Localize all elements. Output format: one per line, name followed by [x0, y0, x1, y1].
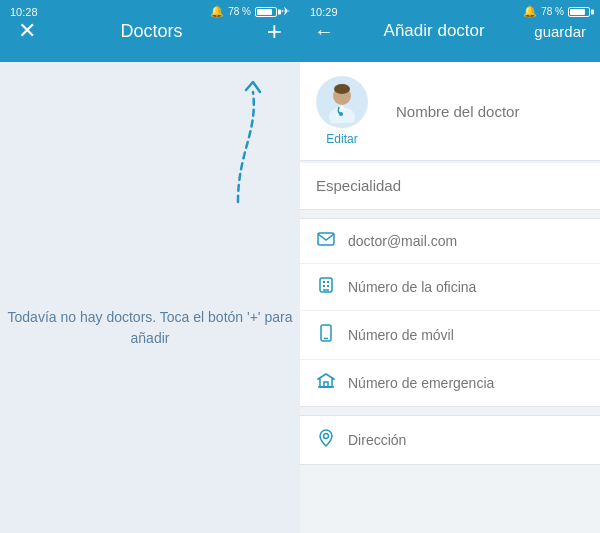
avatar	[316, 76, 368, 128]
battery-text: 78 %	[228, 6, 251, 17]
back-button[interactable]: ←	[314, 20, 334, 43]
email-input[interactable]	[348, 233, 584, 249]
right-panel: ← Añadir doctor guardar	[300, 0, 600, 533]
emergency-input[interactable]	[348, 375, 584, 391]
svg-point-16	[324, 434, 329, 439]
avatar-section: Editar	[300, 62, 600, 161]
right-time: 10:29	[310, 6, 338, 18]
mobile-row	[300, 311, 600, 360]
svg-rect-11	[327, 285, 329, 287]
left-panel-title: Doctors	[120, 21, 182, 42]
emergency-row	[300, 360, 600, 406]
right-panel-title: Añadir doctor	[334, 21, 534, 41]
doctor-name-input[interactable]	[396, 103, 586, 120]
left-status-bar: 10:28 🔔 78 % ✈	[0, 0, 300, 20]
svg-point-1	[334, 84, 350, 94]
avatar-wrap: Editar	[316, 76, 368, 146]
left-panel: ✕ Doctors + Todavía no hay doctors. Toca…	[0, 0, 300, 533]
form-body: Editar	[300, 62, 600, 533]
emergency-icon	[316, 373, 336, 393]
empty-message: Todavía no hay doctors. Toca el botón '+…	[0, 307, 300, 349]
left-body: Todavía no hay doctors. Toca el botón '+…	[0, 62, 300, 533]
office-phone-input[interactable]	[348, 279, 584, 295]
left-time: 10:28	[10, 6, 38, 18]
specialty-section	[300, 163, 600, 210]
avatar-edit-label[interactable]: Editar	[326, 132, 357, 146]
email-icon	[316, 232, 336, 250]
svg-point-4	[339, 112, 343, 116]
close-button[interactable]: ✕	[18, 20, 36, 42]
dashed-arrow-icon	[208, 72, 268, 212]
doctor-avatar-icon	[321, 81, 363, 123]
email-row	[300, 219, 600, 264]
right-battery-text: 78 %	[541, 6, 564, 17]
address-input[interactable]	[348, 432, 584, 448]
location-icon	[316, 429, 336, 451]
specialty-input[interactable]	[316, 177, 584, 194]
mobile-input[interactable]	[348, 327, 584, 343]
right-battery-icon	[568, 7, 590, 17]
svg-rect-5	[318, 233, 334, 245]
office-phone-row	[300, 264, 600, 311]
airplane-icon: ✈	[281, 5, 290, 18]
svg-rect-9	[327, 281, 329, 283]
office-phone-icon	[316, 277, 336, 297]
add-doctor-button[interactable]: +	[267, 18, 282, 44]
address-row	[300, 416, 600, 464]
battery-icon	[255, 7, 277, 17]
contact-section	[300, 218, 600, 407]
mobile-icon	[316, 324, 336, 346]
right-status-bar: 10:29 🔔 78 %	[300, 0, 600, 20]
right-alarm-icon: 🔔	[523, 5, 537, 18]
svg-rect-10	[323, 285, 325, 287]
svg-rect-8	[323, 281, 325, 283]
alarm-icon: 🔔	[210, 5, 224, 18]
address-section	[300, 415, 600, 465]
save-button[interactable]: guardar	[534, 23, 586, 40]
